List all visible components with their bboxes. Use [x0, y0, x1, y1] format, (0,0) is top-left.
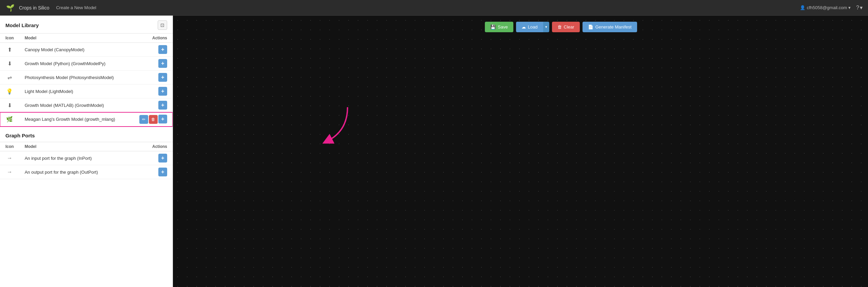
save-label: Save: [498, 24, 508, 30]
table-row: ⬇Growth Model (Python) (GrowthModelPy)+: [0, 57, 173, 71]
generate-icon: 📄: [588, 24, 593, 30]
table-row: ⇌Photosynthesis Model (PhotosynthesisMod…: [0, 71, 173, 84]
model-library-title: Model Library: [5, 22, 39, 28]
user-icon: 👤: [800, 5, 805, 10]
model-name: Canopy Model (CanopyModel): [19, 43, 130, 57]
model-icon: ⬇: [0, 98, 19, 112]
gp-col-icon: Icon: [0, 142, 19, 151]
help-button[interactable]: ? ▾: [856, 4, 863, 11]
col-icon: Icon: [0, 34, 19, 43]
generate-label: Generate Manifest: [595, 24, 632, 30]
actions-cell: +: [130, 43, 173, 57]
navbar: 🌱 Crops in Silico Create a New Model 👤 c…: [0, 0, 868, 16]
user-email: cfh5058@gmail.com: [807, 5, 847, 10]
navbar-right: 👤 cfh5058@gmail.com ▾ ? ▾: [800, 4, 863, 11]
delete-button[interactable]: 🗑: [149, 115, 158, 124]
port-icon: →: [0, 151, 19, 165]
add-button[interactable]: +: [158, 59, 167, 68]
model-name: Growth Model (Python) (GrowthModelPy): [19, 57, 130, 71]
model-icon: ⬇: [0, 57, 19, 71]
load-icon: ☁: [521, 24, 526, 30]
main-content: Model Library ⊡ Icon Model Actions ⬆Cano…: [0, 16, 868, 287]
actions-cell: +: [130, 98, 173, 112]
model-name: Light Model (LightModel): [19, 84, 130, 98]
table-row: 💡Light Model (LightModel)+: [0, 84, 173, 98]
create-model-link[interactable]: Create a New Model: [56, 5, 96, 10]
port-actions-cell: +: [137, 151, 173, 165]
load-button-group: ☁ Load ▾: [516, 22, 549, 32]
edit-button[interactable]: ✏: [139, 115, 148, 124]
model-library-table: Icon Model Actions ⬆Canopy Model (Canopy…: [0, 34, 173, 127]
load-label: Load: [528, 24, 538, 30]
canvas-area[interactable]: 💾 Save ☁ Load ▾ 🗑 Clear 📄 Generate Manif…: [173, 16, 868, 287]
clear-icon: 🗑: [557, 24, 562, 30]
table-row: ⬆Canopy Model (CanopyModel)+: [0, 43, 173, 57]
gp-col-actions: Actions: [137, 142, 173, 151]
port-name: An input port for the graph (InPort): [19, 151, 137, 165]
graph-ports-section: Graph Ports Icon Model Actions →An input…: [0, 128, 173, 179]
add-port-button[interactable]: +: [158, 168, 167, 176]
sidebar: Model Library ⊡ Icon Model Actions ⬆Cano…: [0, 16, 173, 287]
add-button[interactable]: +: [158, 101, 167, 110]
arrow-annotation: [320, 104, 354, 146]
port-name: An output port for the graph (OutPort): [19, 165, 137, 179]
add-button[interactable]: +: [158, 115, 167, 123]
clear-button[interactable]: 🗑 Clear: [552, 22, 580, 32]
gp-col-model: Model: [19, 142, 137, 151]
model-name: Photosynthesis Model (PhotosynthesisMode…: [19, 71, 130, 84]
add-button[interactable]: +: [158, 73, 167, 82]
model-icon: 🌿: [0, 112, 19, 127]
graph-ports-table-header: Icon Model Actions: [0, 142, 173, 151]
app-title: Crops in Silico: [19, 5, 49, 11]
load-button[interactable]: ☁ Load: [516, 22, 543, 32]
add-button[interactable]: +: [158, 87, 167, 96]
col-actions: Actions: [130, 34, 173, 43]
col-model: Model: [19, 34, 130, 43]
table-row: →An output port for the graph (OutPort)+: [0, 165, 173, 179]
clear-label: Clear: [564, 24, 574, 30]
load-dropdown-button[interactable]: ▾: [543, 22, 549, 32]
toolbar: 💾 Save ☁ Load ▾ 🗑 Clear 📄 Generate Manif…: [485, 22, 637, 32]
model-icon: ⇌: [0, 71, 19, 84]
collapse-model-library-button[interactable]: ⊡: [158, 20, 167, 30]
actions-cell: +: [130, 57, 173, 71]
table-row: 🌿Meagan Lang's Growth Model (growth_mlan…: [0, 112, 173, 127]
add-port-button[interactable]: +: [158, 154, 167, 162]
help-icon: ?: [856, 5, 859, 11]
graph-ports-title: Graph Ports: [5, 133, 35, 138]
graph-ports-table: Icon Model Actions →An input port for th…: [0, 142, 173, 179]
add-button[interactable]: +: [158, 45, 167, 54]
generate-manifest-button[interactable]: 📄 Generate Manifest: [583, 22, 637, 32]
help-dropdown-icon: ▾: [860, 4, 863, 11]
port-actions-cell: +: [137, 165, 173, 179]
model-name: Meagan Lang's Growth Model (growth_mlang…: [19, 112, 130, 127]
user-menu[interactable]: 👤 cfh5058@gmail.com ▾: [800, 5, 851, 10]
model-name: Growth Model (MATLAB) (GrowthModel): [19, 98, 130, 112]
table-row: ⬇Growth Model (MATLAB) (GrowthModel)+: [0, 98, 173, 112]
port-icon: →: [0, 165, 19, 179]
model-library-table-header: Icon Model Actions: [0, 34, 173, 43]
actions-cell: +: [130, 71, 173, 84]
user-dropdown-icon: ▾: [848, 5, 851, 10]
actions-cell: ✏🗑+: [130, 112, 173, 127]
save-icon: 💾: [490, 24, 496, 30]
actions-cell: +: [130, 84, 173, 98]
navbar-left: 🌱 Crops in Silico Create a New Model: [5, 3, 96, 13]
model-icon: 💡: [0, 84, 19, 98]
model-library-header: Model Library ⊡: [0, 16, 173, 34]
table-row: →An input port for the graph (InPort)+: [0, 151, 173, 165]
save-button[interactable]: 💾 Save: [485, 22, 513, 32]
graph-ports-header: Graph Ports: [0, 128, 173, 142]
model-icon: ⬆: [0, 43, 19, 57]
app-logo-icon: 🌱: [5, 3, 15, 13]
